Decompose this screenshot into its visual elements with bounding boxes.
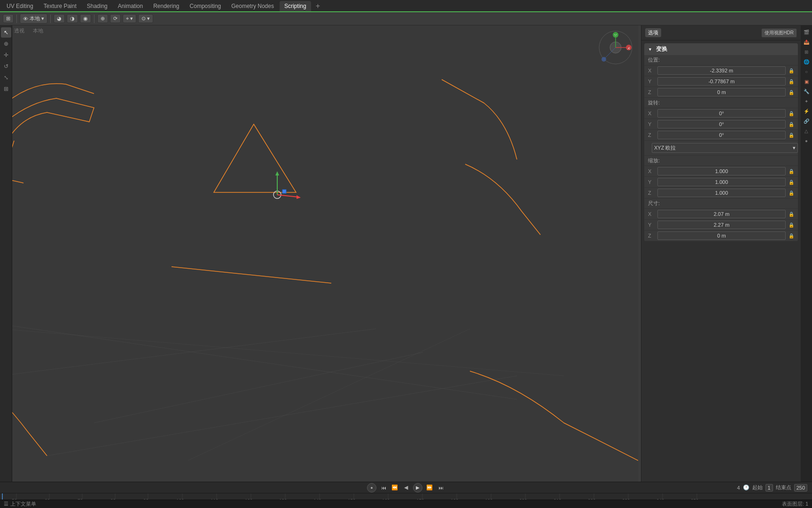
scale-x-axis-label: X [648, 168, 656, 174]
world-properties-icon[interactable]: ○ [802, 67, 811, 76]
scene-properties-icon[interactable]: 🌐 [802, 57, 811, 66]
rot-z-axis-label: Z [648, 132, 656, 138]
select-tool[interactable]: ↖ [1, 27, 11, 38]
jump-end-button[interactable]: ⏭ [437, 484, 445, 492]
rot-z-link-icon[interactable]: 🔒 [789, 133, 794, 138]
status-bar: ☰ 上下文菜单 表面图层: 1 [0, 500, 812, 508]
toolbar-separator-1 [16, 15, 17, 23]
object-properties-icon[interactable]: ▣ [802, 77, 811, 86]
rot-x-link-icon[interactable]: 🔒 [789, 111, 794, 116]
transform-tool[interactable]: ⊞ [1, 84, 11, 94]
play-back-button[interactable]: ◀ [402, 484, 410, 492]
pos-x-link-icon[interactable]: 🔒 [789, 68, 794, 73]
tab-uv-editing[interactable]: UV Editing [2, 1, 38, 11]
svg-marker-12 [297, 195, 301, 199]
left-toolbar: ↖ ⊕ ✛ ↺ ⤡ ⊞ [0, 25, 12, 482]
gizmos-button[interactable]: ⟳ [110, 14, 121, 23]
record-button[interactable]: ● [367, 483, 376, 492]
view-layer-icon[interactable]: ⊞ [802, 47, 811, 56]
toolbar-separator-3 [94, 15, 94, 23]
tab-rendering[interactable]: Rendering [148, 1, 184, 11]
output-properties-icon[interactable]: 📤 [802, 37, 811, 47]
options-tab[interactable]: 选项 [645, 28, 661, 37]
view-mode-button[interactable]: 👁 本地 ▾ [20, 14, 47, 24]
scale-x-row: X 1.000 🔒 [644, 166, 798, 177]
rot-y-axis-label: Y [648, 121, 656, 127]
tab-add-workspace[interactable]: + [312, 1, 324, 11]
rotation-y-input[interactable]: 0° [657, 120, 786, 128]
material-properties-icon[interactable]: ● [802, 136, 811, 145]
step-forward-button[interactable]: ⏩ [425, 484, 434, 492]
transform-section-header[interactable]: ▼ 变换 [644, 43, 798, 55]
use-hdr-button[interactable]: 使用视图HDR [761, 28, 797, 38]
editor-type-button[interactable]: ⊞ [3, 14, 14, 23]
position-y-input[interactable]: -0.77867 m [657, 77, 786, 86]
start-frame-label: 起始 [752, 484, 763, 491]
transform-gizmo[interactable] [261, 169, 303, 211]
dim-z-link-icon[interactable]: 🔒 [789, 233, 794, 238]
constraints-icon[interactable]: 🔗 [802, 116, 811, 126]
viewport-3d[interactable]: X Y 透视 本地 [0, 25, 638, 482]
properties-column: ▼ 变换 位置: X -2.3392 m 🔒 Y -0.77867 m 🔒 [644, 43, 798, 479]
right-panel: 选项 使用视图HDR ▼ 变换 位置: X -2.3392 m 🔒 [641, 25, 801, 482]
chevron-prop-icon: ▾ [147, 16, 150, 22]
scale-z-input[interactable]: 1.000 [657, 189, 786, 197]
pos-y-link-icon[interactable]: 🔒 [789, 79, 794, 84]
rot-x-axis-label: X [648, 111, 656, 116]
move-tool[interactable]: ✛ [1, 50, 11, 60]
particles-icon[interactable]: ✦ [802, 96, 811, 106]
snap-button[interactable]: ⌖ ▾ [123, 14, 136, 23]
dim-x-link-icon[interactable]: 🔒 [789, 212, 794, 217]
rotate-tool[interactable]: ↺ [1, 61, 11, 71]
scale-x-input[interactable]: 1.000 [657, 167, 786, 175]
overlays-button[interactable]: ⊕ [97, 14, 108, 23]
scale-z-link-icon[interactable]: 🔒 [789, 190, 794, 196]
viewport-shading-material[interactable]: ◑ [67, 14, 78, 23]
rotation-z-input[interactable]: 0° [657, 131, 786, 139]
position-x-input[interactable]: -2.3392 m [657, 66, 786, 75]
scale-y-input[interactable]: 1.000 [657, 178, 786, 186]
jump-start-button[interactable]: ⏮ [379, 484, 388, 492]
tab-texture-paint[interactable]: Texture Paint [39, 1, 81, 11]
rot-y-link-icon[interactable]: 🔒 [789, 122, 794, 127]
dim-z-input[interactable]: 0 m [657, 231, 786, 240]
pos-z-link-icon[interactable]: 🔒 [789, 90, 794, 95]
modifier-properties-icon[interactable]: 🔧 [802, 87, 811, 96]
scale-tool[interactable]: ⤡ [1, 72, 11, 83]
navigation-gizmo[interactable]: X Y [598, 30, 633, 65]
gizmo-x-label: X [627, 46, 630, 50]
proportional-editing[interactable]: ⊙ ▾ [138, 14, 153, 23]
dim-y-axis-label: Y [648, 222, 656, 228]
overlays-icon: ⊕ [101, 16, 105, 22]
tab-shading[interactable]: Shading [82, 1, 112, 11]
svg-rect-13 [282, 190, 286, 193]
scale-x-link-icon[interactable]: 🔒 [789, 169, 794, 174]
rotation-mode-dropdown[interactable]: XYZ 欧拉 ▾ [652, 143, 798, 153]
scale-y-link-icon[interactable]: 🔒 [789, 180, 794, 185]
viewport-local-label: 本地 [33, 27, 43, 34]
tab-scripting[interactable]: Scripting [280, 1, 311, 11]
dim-x-input[interactable]: 2.07 m [657, 210, 786, 218]
play-button[interactable]: ▶ [413, 483, 422, 492]
right-panel-content: ▼ 变换 位置: X -2.3392 m 🔒 Y -0.77867 m 🔒 [641, 40, 801, 482]
tab-compositing[interactable]: Compositing [185, 1, 226, 11]
physics-icon[interactable]: ⚡ [802, 106, 811, 116]
render-properties-icon[interactable]: 🎬 [802, 27, 811, 37]
tab-geometry-nodes[interactable]: Geometry Nodes [226, 1, 279, 11]
snap-icon: ⌖ [126, 16, 129, 22]
end-frame-input[interactable]: 250 [794, 484, 807, 492]
cursor-tool[interactable]: ⊕ [1, 39, 11, 49]
rotation-x-input[interactable]: 0° [657, 109, 786, 118]
data-properties-icon[interactable]: △ [802, 126, 811, 135]
viewport-shading-rendered[interactable]: ◉ [80, 14, 91, 23]
position-z-input[interactable]: 0 m [657, 88, 786, 96]
mesh-wireframe [0, 25, 638, 482]
viewport-shading-solid[interactable]: ◕ [54, 14, 65, 23]
step-back-button[interactable]: ⏪ [390, 484, 399, 492]
svg-line-7 [188, 329, 470, 460]
dim-y-input[interactable]: 2.27 m [657, 221, 786, 229]
svg-marker-10 [275, 171, 279, 175]
dim-y-link-icon[interactable]: 🔒 [789, 222, 794, 228]
start-frame-input[interactable]: 1 [765, 484, 773, 492]
tab-animation[interactable]: Animation [113, 1, 148, 11]
